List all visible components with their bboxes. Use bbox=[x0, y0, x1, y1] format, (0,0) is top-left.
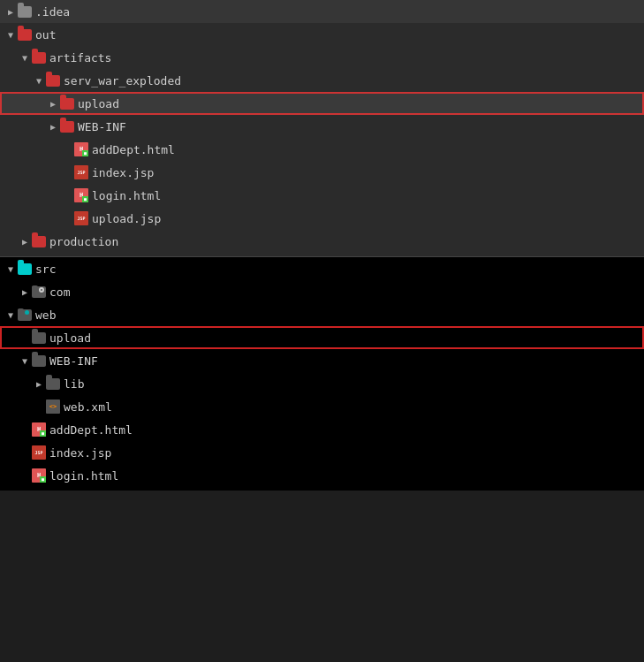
html-icon-login-web: H ■ bbox=[32, 468, 46, 483]
folder-icon-production bbox=[32, 236, 46, 247]
label-login-artifacts: login.html bbox=[92, 189, 161, 202]
tree-row-out[interactable]: out bbox=[0, 23, 644, 46]
folder-icon-serv-war bbox=[46, 75, 60, 87]
folder-icon-lib bbox=[46, 378, 60, 390]
label-webinf-web: WEB-INF bbox=[49, 354, 98, 368]
label-login-web: login.html bbox=[49, 469, 118, 483]
label-index-artifacts: index.jsp bbox=[92, 166, 154, 179]
label-src: src bbox=[35, 263, 56, 276]
arrow-web bbox=[4, 310, 18, 320]
xml-icon-webxml: <> bbox=[46, 399, 60, 414]
html-icon-login-artifacts: H ■ bbox=[74, 188, 88, 202]
label-com: com bbox=[49, 285, 70, 299]
label-artifacts: artifacts bbox=[49, 51, 111, 65]
arrow-upload-artifacts bbox=[46, 99, 60, 109]
label-adddept-artifacts: addDept.html bbox=[92, 143, 175, 156]
folder-icon-artifacts bbox=[32, 52, 46, 64]
label-upload-artifacts: upload bbox=[78, 97, 119, 110]
folder-icon-webinf-artifacts bbox=[60, 121, 74, 133]
arrow-idea bbox=[4, 7, 18, 17]
tree-row-lib[interactable]: lib bbox=[0, 372, 644, 395]
tree-row-serv-war-exploded[interactable]: serv_war_exploded bbox=[0, 69, 644, 92]
label-production: production bbox=[49, 235, 118, 248]
tree-row-upload-web[interactable]: upload bbox=[0, 326, 644, 349]
arrow-serv-war bbox=[32, 76, 46, 86]
tree-row-webxml[interactable]: <> web.xml bbox=[0, 395, 644, 418]
tree-row-artifacts[interactable]: artifacts bbox=[0, 46, 644, 69]
arrow-artifacts bbox=[18, 53, 32, 63]
arrow-src bbox=[4, 264, 18, 274]
tree-section-src: src com web bbox=[0, 257, 644, 491]
tree-row-adddept-web[interactable]: H ■ addDept.html bbox=[0, 418, 644, 441]
jsp-icon-uploadjsp-artifacts: JSP bbox=[74, 211, 88, 225]
tree-row-web[interactable]: web bbox=[0, 303, 644, 326]
tree-row-login-web[interactable]: H ■ login.html bbox=[0, 464, 644, 487]
label-upload-web: upload bbox=[49, 331, 91, 345]
label-idea: .idea bbox=[35, 5, 70, 19]
folder-icon-out bbox=[18, 29, 32, 41]
label-uploadjsp-artifacts: upload.jsp bbox=[92, 212, 161, 225]
label-serv-war: serv_war_exploded bbox=[64, 74, 181, 88]
label-webinf-artifacts: WEB-INF bbox=[78, 120, 126, 133]
arrow-out bbox=[4, 30, 18, 40]
label-webxml: web.xml bbox=[64, 400, 112, 414]
folder-icon-idea bbox=[18, 6, 32, 18]
tree-row-index-artifacts[interactable]: JSP index.jsp bbox=[0, 161, 644, 184]
label-out: out bbox=[35, 28, 56, 42]
label-lib: lib bbox=[64, 377, 84, 391]
tree-row-upload-artifacts[interactable]: upload bbox=[0, 92, 644, 115]
folder-icon-upload-web bbox=[32, 332, 46, 344]
html-icon-adddept-web: H ■ bbox=[32, 422, 46, 437]
tree-row-webinf-artifacts[interactable]: WEB-INF bbox=[0, 115, 644, 138]
file-tree: .idea out artifacts serv_war_exploded bbox=[0, 0, 644, 491]
tree-row-login-artifacts[interactable]: H ■ login.html bbox=[0, 184, 644, 207]
arrow-com bbox=[18, 287, 32, 297]
folder-icon-web bbox=[18, 308, 32, 321]
tree-row-adddept-artifacts[interactable]: H ■ addDept.html bbox=[0, 138, 644, 161]
jsp-icon-index-artifacts: JSP bbox=[74, 165, 88, 179]
folder-icon-src bbox=[18, 263, 32, 275]
tree-row-src[interactable]: src bbox=[0, 257, 644, 280]
tree-row-uploadjsp-artifacts[interactable]: JSP upload.jsp bbox=[0, 207, 644, 230]
arrow-webinf-artifacts bbox=[46, 122, 60, 132]
html-icon-adddept-artifacts: H ■ bbox=[74, 142, 88, 156]
arrow-webinf-web bbox=[18, 356, 32, 366]
folder-icon-upload-artifacts bbox=[60, 98, 74, 110]
tree-row-webinf-web[interactable]: WEB-INF bbox=[0, 349, 644, 372]
folder-icon-webinf-web bbox=[32, 355, 46, 367]
label-index-web: index.jsp bbox=[49, 446, 111, 460]
tree-section-out: .idea out artifacts serv_war_exploded bbox=[0, 0, 644, 256]
tree-row-com[interactable]: com bbox=[0, 280, 644, 303]
arrow-lib bbox=[32, 379, 46, 389]
label-adddept-web: addDept.html bbox=[49, 423, 133, 437]
tree-row-index-web[interactable]: JSP index.jsp bbox=[0, 441, 644, 464]
tree-row-idea[interactable]: .idea bbox=[0, 0, 644, 23]
jsp-icon-index-web: JSP bbox=[32, 445, 46, 460]
folder-icon-com bbox=[32, 285, 46, 298]
tree-row-production[interactable]: production bbox=[0, 230, 644, 253]
arrow-production bbox=[18, 237, 32, 247]
label-web: web bbox=[35, 308, 56, 322]
